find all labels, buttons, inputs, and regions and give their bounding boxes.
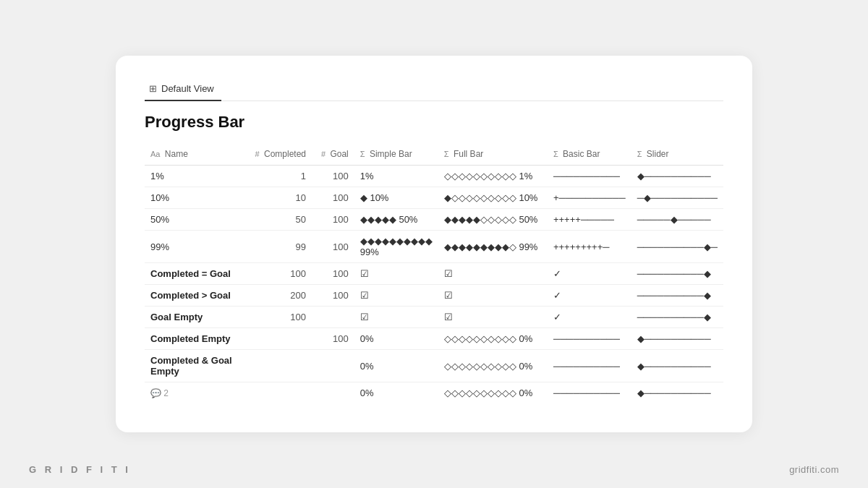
col-header-slider: Σ Slider [631,145,723,166]
name-col-icon: Aa [150,150,160,158]
cell-simple-bar: ◆ 10% [354,187,438,209]
cell-goal: 100 [312,263,354,285]
table-header-row: Aa Name # Completed # Goal Σ Simple Bar … [145,145,723,166]
table-row: Completed & Goal Empty0%◇◇◇◇◇◇◇◇◇◇ 0%───… [145,350,723,382]
table-row: 99%99100◆◆◆◆◆◆◆◆◆◆ 99%◆◆◆◆◆◆◆◆◆◇ 99%++++… [145,231,723,263]
col-header-full-bar: Σ Full Bar [438,145,548,166]
cell-simple-bar: 0% [354,382,438,404]
cell-completed: 100 [250,263,312,285]
simple-bar-col-icon: Σ [360,150,365,158]
cell-basic-bar: +++++───── [548,209,631,231]
cell-basic-bar: ────────── [548,166,631,187]
cell-full-bar: ☑ [438,307,548,328]
cell-goal: 100 [312,209,354,231]
col-header-goal: # Goal [312,145,354,166]
col-header-basic-bar: Σ Basic Bar [548,145,631,166]
cell-full-bar: ☑ [438,263,548,285]
full-bar-col-icon: Σ [444,150,449,158]
cell-goal: 100 [312,187,354,209]
cell-slider: ◆────────── [631,382,723,404]
table-body: 1%11001%◇◇◇◇◇◇◇◇◇◇ 1%──────────◆────────… [145,166,723,404]
cell-simple-bar: 0% [354,350,438,382]
cell-slider: ──────────◆ [631,285,723,307]
cell-simple-bar: ◆◆◆◆◆◆◆◆◆◆ 99% [354,231,438,263]
cell-goal: 100 [312,328,354,350]
cell-slider: ◆────────── [631,350,723,382]
table-row: 1%11001%◇◇◇◇◇◇◇◇◇◇ 1%──────────◆────────… [145,166,723,187]
table-row: Completed > Goal200100☑☑✓──────────◆ [145,285,723,307]
cell-completed: 50 [250,209,312,231]
cell-name: Completed Empty [145,328,250,350]
cell-full-bar: ◇◇◇◇◇◇◇◇◇◇ 0% [438,328,548,350]
cell-name: 1% [145,166,250,187]
cell-completed: 10 [250,187,312,209]
slider-col-icon: Σ [637,150,642,158]
cell-full-bar: ◇◇◇◇◇◇◇◇◇◇ 0% [438,350,548,382]
cell-name: 99% [145,231,250,263]
cell-completed: 1 [250,166,312,187]
table-icon: ⊞ [149,83,157,94]
cell-basic-bar: +────────── [548,187,631,209]
cell-slider: ─◆────────── [631,187,723,209]
footer: G R I D F I T I gridfiti.com [29,464,839,475]
goal-col-icon: # [321,150,326,158]
cell-name: 10% [145,187,250,209]
col-header-completed: # Completed [250,145,312,166]
cell-name: Completed > Goal [145,285,250,307]
cell-name: Completed & Goal Empty [145,350,250,382]
cell-completed [250,382,312,404]
cell-basic-bar: ✓ [548,307,631,328]
cell-goal: 100 [312,166,354,187]
tab-label: Default View [161,83,214,94]
cell-goal [312,382,354,404]
cell-full-bar: ◆◇◇◇◇◇◇◇◇◇ 10% [438,187,548,209]
tab-bar: ⊞ Default View [145,79,723,101]
completed-col-icon: # [255,150,260,158]
cell-full-bar: ◆◆◆◆◆◆◆◆◆◇ 99% [438,231,548,263]
cell-basic-bar: ────────── [548,328,631,350]
table-row: 💬 20%◇◇◇◇◇◇◇◇◇◇ 0%──────────◆────────── [145,382,723,404]
table-row: 50%50100◆◆◆◆◆ 50%◆◆◆◆◆◇◇◇◇◇ 50%+++++────… [145,209,723,231]
table-row: Goal Empty100☑☑✓──────────◆ [145,307,723,328]
cell-name: Goal Empty [145,307,250,328]
default-view-tab[interactable]: ⊞ Default View [145,79,221,101]
cell-slider: ──────────◆ [631,307,723,328]
progress-bar-table: Aa Name # Completed # Goal Σ Simple Bar … [145,145,723,403]
cell-basic-bar: ────────── [548,382,631,404]
cell-completed [250,350,312,382]
cell-full-bar: ◇◇◇◇◇◇◇◇◇◇ 0% [438,382,548,404]
comment-icon[interactable]: 💬 2 [150,388,169,398]
cell-completed: 100 [250,307,312,328]
table-row: 10%10100◆ 10%◆◇◇◇◇◇◇◇◇◇ 10%+───────────◆… [145,187,723,209]
table-row: Completed = Goal100100☑☑✓──────────◆ [145,263,723,285]
main-card: ⊞ Default View Progress Bar Aa Name # Co… [116,56,752,432]
col-header-name: Aa Name [145,145,250,166]
cell-basic-bar: ────────── [548,350,631,382]
cell-completed: 200 [250,285,312,307]
cell-simple-bar: ☑ [354,307,438,328]
cell-simple-bar: ☑ [354,285,438,307]
table-row: Completed Empty1000%◇◇◇◇◇◇◇◇◇◇ 0%───────… [145,328,723,350]
cell-name: 50% [145,209,250,231]
cell-full-bar: ☑ [438,285,548,307]
cell-simple-bar: 1% [354,166,438,187]
cell-goal [312,307,354,328]
cell-full-bar: ◆◆◆◆◆◇◇◇◇◇ 50% [438,209,548,231]
cell-basic-bar: +++++++++─ [548,231,631,263]
cell-slider: ◆────────── [631,166,723,187]
cell-slider: ─────◆───── [631,209,723,231]
cell-full-bar: ◇◇◇◇◇◇◇◇◇◇ 1% [438,166,548,187]
col-header-simple-bar: Σ Simple Bar [354,145,438,166]
brand-left: G R I D F I T I [29,464,131,475]
cell-simple-bar: ◆◆◆◆◆ 50% [354,209,438,231]
cell-goal: 100 [312,231,354,263]
cell-goal [312,350,354,382]
cell-slider: ──────────◆─ [631,231,723,263]
cell-completed: 99 [250,231,312,263]
cell-name: Completed = Goal [145,263,250,285]
cell-slider: ──────────◆ [631,263,723,285]
cell-basic-bar: ✓ [548,285,631,307]
brand-right: gridfiti.com [789,464,839,475]
cell-simple-bar: ☑ [354,263,438,285]
cell-name: 💬 2 [145,382,250,404]
